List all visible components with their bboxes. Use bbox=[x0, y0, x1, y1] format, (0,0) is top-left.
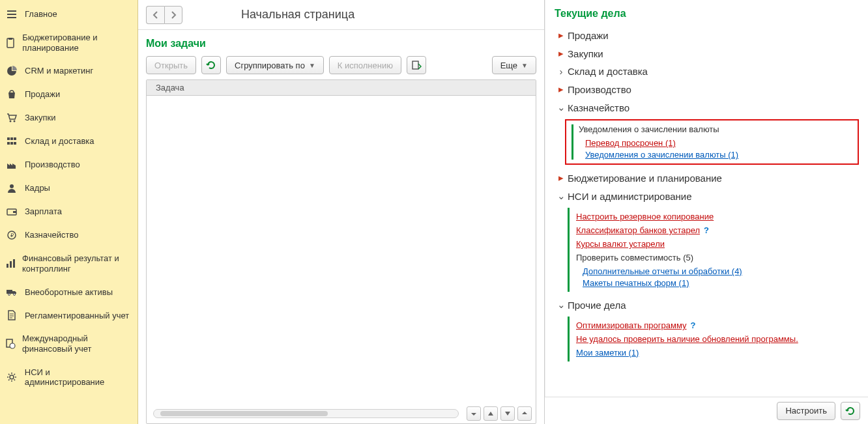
bag-icon bbox=[5, 89, 18, 100]
doc-icon bbox=[5, 310, 18, 320]
arrow-right-icon: ▸ bbox=[555, 48, 568, 59]
main-area: Начальная страница Мои задачи Открыть Сг… bbox=[138, 0, 545, 424]
sidebar-item-sales[interactable]: Продажи bbox=[0, 83, 137, 106]
scroll-down-button[interactable] bbox=[500, 406, 515, 421]
export-button[interactable] bbox=[407, 56, 426, 74]
cd-budgeting[interactable]: ▸Бюджетирование и планирование bbox=[555, 169, 859, 187]
svg-rect-0 bbox=[7, 10, 16, 12]
cd-admin[interactable]: ⌄НСИ и администрирование bbox=[555, 187, 859, 205]
link-noupdate[interactable]: Не удалось проверить наличие обновлений … bbox=[576, 334, 852, 344]
sidebar-item-label: Международный финансовый учет bbox=[22, 333, 131, 354]
other-children: Оптимизировать программу? Не удалось про… bbox=[568, 317, 859, 361]
cart-icon bbox=[5, 113, 18, 123]
cd-warehouse[interactable]: ›Склад и доставка bbox=[555, 63, 859, 80]
sidebar-item-label: Главное bbox=[25, 9, 57, 20]
link-backup[interactable]: Настроить резервное копирование bbox=[576, 212, 852, 221]
wallet-icon bbox=[5, 206, 18, 217]
page-title: Начальная страница bbox=[241, 8, 354, 21]
cd-purchases[interactable]: ▸Закупки bbox=[555, 44, 859, 63]
sidebar-item-admin[interactable]: НСИ и администрирование bbox=[0, 361, 137, 394]
svg-rect-18 bbox=[7, 264, 8, 268]
person-icon bbox=[5, 183, 18, 193]
refresh-button[interactable] bbox=[201, 56, 221, 74]
svg-point-5 bbox=[10, 120, 12, 122]
treasury-alert-box: Уведомления о зачислении валюты Перевод … bbox=[565, 119, 859, 165]
bars-icon bbox=[5, 259, 16, 269]
sidebar-item-salary[interactable]: Зарплата bbox=[0, 200, 137, 223]
arrow-right-icon: ▸ bbox=[555, 172, 568, 184]
cd-label: Продажи bbox=[568, 30, 609, 41]
sidebar-item-controlling[interactable]: Финансовый результат и контроллинг bbox=[0, 247, 137, 280]
svg-rect-1 bbox=[7, 14, 16, 15]
sidebar-item-label: Финансовый результат и контроллинг bbox=[22, 253, 131, 274]
sidebar-item-label: Склад и доставка bbox=[25, 136, 94, 147]
link-notes[interactable]: Мои заметки (1) bbox=[576, 348, 852, 358]
sidebar-item-fixed-assets[interactable]: Внеоборотные активы bbox=[0, 280, 137, 304]
nav-back-button[interactable] bbox=[146, 6, 164, 24]
scroll-top-start-button[interactable] bbox=[467, 406, 481, 421]
link-banks[interactable]: Классификатор банков устарел bbox=[576, 225, 700, 235]
link-addreps[interactable]: Дополнительные отчеты и обработки (4) bbox=[583, 266, 852, 276]
grid-column-task[interactable]: Задача bbox=[147, 80, 536, 96]
sidebar-item-budgeting[interactable]: Бюджетирование и планирование bbox=[0, 26, 137, 59]
link-optimize[interactable]: Оптимизировать программу bbox=[576, 320, 687, 330]
sidebar-item-warehouse[interactable]: Склад и доставка bbox=[0, 130, 137, 153]
chevron-down-icon: ▼ bbox=[521, 62, 528, 69]
grid-body[interactable] bbox=[147, 96, 536, 404]
nav-forward-button[interactable] bbox=[164, 6, 182, 24]
link-rates[interactable]: Курсы валют устарели bbox=[576, 239, 852, 249]
factory-icon bbox=[5, 160, 18, 170]
svg-rect-19 bbox=[10, 261, 12, 268]
horizontal-scrollbar[interactable] bbox=[153, 409, 459, 418]
cd-treasury[interactable]: ⌄Казначейство bbox=[555, 98, 859, 117]
tasks-toolbar: Открыть Сгруппировать по▼ К исполнению Е… bbox=[146, 56, 536, 74]
sidebar-item-main[interactable]: Главное bbox=[0, 3, 137, 26]
sidebar-item-ifrs[interactable]: Международный финансовый учет bbox=[0, 327, 137, 360]
sidebar-item-crm[interactable]: CRM и маркетинг bbox=[0, 59, 137, 83]
svg-rect-2 bbox=[7, 17, 16, 18]
sidebar-item-label: Кадры bbox=[25, 183, 50, 193]
right-panel: Текущие дела ▸Продажи ▸Закупки ›Склад и … bbox=[545, 0, 868, 424]
link-printforms[interactable]: Макеты печатных форм (1) bbox=[583, 278, 852, 288]
cd-label: НСИ и администрирование bbox=[568, 191, 692, 202]
sidebar-item-hr[interactable]: Кадры bbox=[0, 177, 137, 200]
cd-label: Закупки bbox=[568, 48, 603, 59]
svg-rect-8 bbox=[10, 137, 13, 140]
sidebar-item-treasury[interactable]: ₽ Казначейство bbox=[0, 223, 137, 247]
open-button[interactable]: Открыть bbox=[146, 56, 196, 74]
scroll-up-button[interactable] bbox=[484, 406, 498, 421]
help-icon[interactable]: ? bbox=[704, 225, 709, 235]
group-by-button[interactable]: Сгруппировать по▼ bbox=[226, 56, 324, 74]
sidebar-item-label: Производство bbox=[25, 160, 80, 170]
sidebar-item-label: Закупки bbox=[25, 113, 55, 123]
right-footer: Настроить bbox=[545, 397, 868, 424]
svg-rect-11 bbox=[10, 142, 13, 145]
chevron-down-icon: ⌄ bbox=[555, 102, 568, 113]
svg-point-26 bbox=[10, 375, 14, 379]
cd-label: Склад и доставка bbox=[568, 66, 648, 77]
sidebar: Главное Бюджетирование и планирование CR… bbox=[0, 0, 138, 424]
more-button[interactable]: Еще▼ bbox=[492, 56, 536, 74]
tasks-grid: Задача bbox=[146, 79, 536, 424]
sidebar-item-production[interactable]: Производство bbox=[0, 153, 137, 177]
sidebar-item-label: Казначейство bbox=[25, 230, 78, 240]
scroll-bottom-end-button[interactable] bbox=[517, 406, 532, 421]
cd-other[interactable]: ⌄Прочие дела bbox=[555, 296, 859, 314]
svg-point-6 bbox=[14, 120, 16, 122]
sidebar-item-purchases[interactable]: Закупки bbox=[0, 106, 137, 130]
treasury-box-title: Уведомления о зачислении валюты bbox=[579, 124, 852, 134]
configure-button[interactable]: Настроить bbox=[777, 402, 835, 420]
footer-refresh-button[interactable] bbox=[841, 402, 860, 420]
svg-rect-10 bbox=[7, 142, 10, 145]
link-transfer-overdue[interactable]: Перевод просрочен (1) bbox=[585, 138, 852, 148]
sidebar-item-regulated[interactable]: Регламентированный учет bbox=[0, 304, 137, 327]
cd-production[interactable]: ▸Производство bbox=[555, 80, 859, 98]
cd-label: Казначейство bbox=[568, 102, 629, 113]
truck-icon bbox=[5, 287, 18, 297]
grid-footer bbox=[147, 404, 536, 423]
due-button[interactable]: К исполнению bbox=[329, 56, 401, 74]
cd-sales[interactable]: ▸Продажи bbox=[555, 26, 859, 44]
help-icon[interactable]: ? bbox=[691, 320, 696, 330]
sidebar-item-label: Продажи bbox=[25, 89, 60, 100]
link-currency-notif[interactable]: Уведомления о зачислении валюты (1) bbox=[585, 150, 852, 160]
